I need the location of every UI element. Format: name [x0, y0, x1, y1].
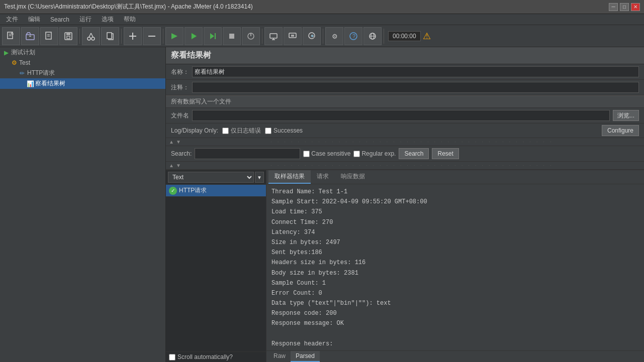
- search-button[interactable]: Search: [399, 148, 429, 159]
- svg-marker-21: [171, 33, 177, 39]
- toolbar-close-btn[interactable]: [40, 27, 58, 45]
- request-list: ✓ HTTP请求: [166, 185, 266, 351]
- detail-line-4: Latency: 374: [271, 228, 639, 237]
- tab-sampler-results[interactable]: 取样器结果: [268, 170, 311, 184]
- collapse-arrow-1[interactable]: ▲: [168, 139, 175, 145]
- detail-line-7: Headers size in bytes: 116: [271, 258, 639, 268]
- expand-arrow-1[interactable]: ▼: [175, 139, 182, 145]
- case-sensitive-group: Case sensitive: [303, 150, 350, 157]
- menu-file[interactable]: 文件: [2, 14, 22, 25]
- toolbar-start-nopauses-btn[interactable]: [204, 27, 222, 45]
- detail-line-0: Thread Name: Test 1-1: [271, 187, 639, 197]
- close-button[interactable]: ✕: [631, 3, 640, 11]
- menu-options[interactable]: 选项: [98, 14, 118, 25]
- list-panel: Text ▼ ✓ HTTP请求 Scroll automatically?: [166, 170, 266, 362]
- toolbar-start-btn[interactable]: [185, 27, 203, 45]
- section-all-data: 所有数据写入一个文件: [166, 95, 644, 108]
- toolbar-timer: 00:00:00: [388, 31, 421, 41]
- toolbar-add-btn[interactable]: [124, 27, 142, 45]
- panel-header: 察看结果树: [166, 47, 644, 64]
- bottom-tab-parsed[interactable]: Parsed: [291, 351, 320, 362]
- toolbar-shutdown-btn[interactable]: [242, 27, 260, 45]
- menu-help[interactable]: 帮助: [120, 14, 140, 25]
- toolbar-remote-start-btn[interactable]: [264, 27, 283, 45]
- toolbar-remove-btn[interactable]: [143, 27, 161, 45]
- toolbar-remote-stop-btn[interactable]: [284, 27, 302, 45]
- type-dropdown[interactable]: Text: [168, 172, 254, 183]
- case-sensitive-label: Case sensitive: [311, 150, 350, 157]
- sidebar-item-test-plan[interactable]: ▶ 测试计划: [0, 47, 165, 58]
- svg-rect-11: [67, 36, 70, 39]
- toolbar-save-btn[interactable]: [59, 27, 77, 45]
- toolbar-function-helper-btn[interactable]: ⚙: [325, 27, 343, 45]
- detail-line-8: Body size in bytes: 2381: [271, 269, 639, 278]
- detail-line-12: Response code: 200: [271, 309, 639, 318]
- bottom-tabs-row: Raw Parsed: [266, 350, 644, 362]
- toolbar: 🔍 ⚙ ? 00:00:00 ⚠: [0, 25, 644, 47]
- bottom-tab-raw[interactable]: Raw: [268, 351, 291, 362]
- file-input[interactable]: [192, 110, 610, 121]
- log-errors-checkbox[interactable]: [222, 128, 229, 134]
- log-errors-group: 仅日志错误: [222, 127, 261, 135]
- toolbar-warn-icon: ⚠: [423, 31, 431, 42]
- http-request-label: HTTP请求: [27, 69, 55, 77]
- toolbar-sep-4: [262, 29, 262, 44]
- expand-arrow-2[interactable]: ▼: [175, 163, 182, 168]
- http-request-icon: ✏: [18, 69, 26, 77]
- collapse-arrow-2[interactable]: ▲: [168, 163, 175, 168]
- name-input[interactable]: [192, 66, 639, 77]
- toolbar-clear-btn[interactable]: [165, 27, 183, 45]
- tab-response-data[interactable]: 响应数据: [335, 170, 371, 184]
- menu-edit[interactable]: 编辑: [24, 14, 44, 25]
- menu-bar: 文件 编辑 Search 运行 选项 帮助: [0, 14, 644, 25]
- scroll-auto-checkbox[interactable]: [169, 354, 175, 360]
- menu-search[interactable]: Search: [46, 15, 73, 24]
- main-layout: ▶ 测试计划 ⚙ Test ✏ HTTP请求 📊 察看结果树 察看结果树 名称：: [0, 47, 644, 362]
- toolbar-sep-3: [163, 29, 163, 44]
- svg-text:⚙: ⚙: [332, 33, 338, 40]
- toolbar-lang-btn[interactable]: [363, 27, 382, 45]
- successes-checkbox[interactable]: [265, 128, 271, 134]
- name-label: 名称：: [171, 68, 189, 76]
- window-title: Test.jmx (C:\Users\Administrator\Desktop…: [4, 3, 253, 11]
- maximize-button[interactable]: □: [620, 3, 629, 11]
- sidebar-item-test[interactable]: ⚙ Test: [0, 58, 165, 68]
- reset-button[interactable]: Reset: [432, 148, 458, 159]
- toolbar-open-btn[interactable]: [21, 27, 39, 45]
- sidebar-item-view-results[interactable]: 📊 察看结果树: [0, 78, 165, 89]
- configure-button[interactable]: Configure: [602, 125, 639, 136]
- menu-run[interactable]: 运行: [75, 14, 96, 25]
- name-row: 名称：: [166, 64, 644, 80]
- search-input[interactable]: [195, 148, 300, 159]
- dropdown-arrow-btn[interactable]: ▼: [255, 172, 264, 183]
- test-icon: ⚙: [10, 59, 18, 67]
- toolbar-remote-exit-btn[interactable]: 🔍: [303, 27, 321, 45]
- sidebar: ▶ 测试计划 ⚙ Test ✏ HTTP请求 📊 察看结果树: [0, 47, 166, 362]
- toolbar-cut-btn[interactable]: [82, 27, 100, 45]
- scroll-auto-row: Scroll automatically?: [166, 351, 266, 362]
- svg-rect-28: [270, 34, 277, 38]
- log-errors-label: 仅日志错误: [231, 127, 261, 135]
- section-all-data-label: 所有数据写入一个文件: [171, 98, 231, 105]
- title-bar: Test.jmx (C:\Users\Administrator\Desktop…: [0, 0, 644, 14]
- successes-label: Successes: [273, 127, 303, 134]
- tab-request[interactable]: 请求: [311, 170, 335, 184]
- browse-button[interactable]: 浏览...: [613, 110, 639, 121]
- window-controls: ─ □ ✕: [609, 3, 640, 11]
- comment-input[interactable]: [192, 82, 639, 93]
- toolbar-copy-btn[interactable]: [101, 27, 119, 45]
- lower-section: Text ▼ ✓ HTTP请求 Scroll automatically?: [166, 170, 644, 362]
- test-plan-icon: ▶: [2, 49, 10, 57]
- search-row: Search: Case sensitive Regular exp. Sear…: [166, 146, 644, 162]
- toolbar-new-btn[interactable]: [2, 27, 20, 45]
- search-label: Search:: [171, 150, 192, 157]
- test-label: Test: [19, 59, 30, 66]
- regular-exp-checkbox[interactable]: [353, 151, 360, 157]
- request-item-http[interactable]: ✓ HTTP请求: [166, 185, 266, 197]
- toolbar-help-btn[interactable]: ?: [344, 27, 362, 45]
- case-sensitive-checkbox[interactable]: [303, 151, 310, 157]
- sidebar-item-http-request[interactable]: ✏ HTTP请求: [0, 68, 165, 78]
- view-results-icon: 📊: [26, 80, 34, 88]
- toolbar-stop-btn[interactable]: [223, 27, 241, 45]
- minimize-button[interactable]: ─: [609, 3, 618, 11]
